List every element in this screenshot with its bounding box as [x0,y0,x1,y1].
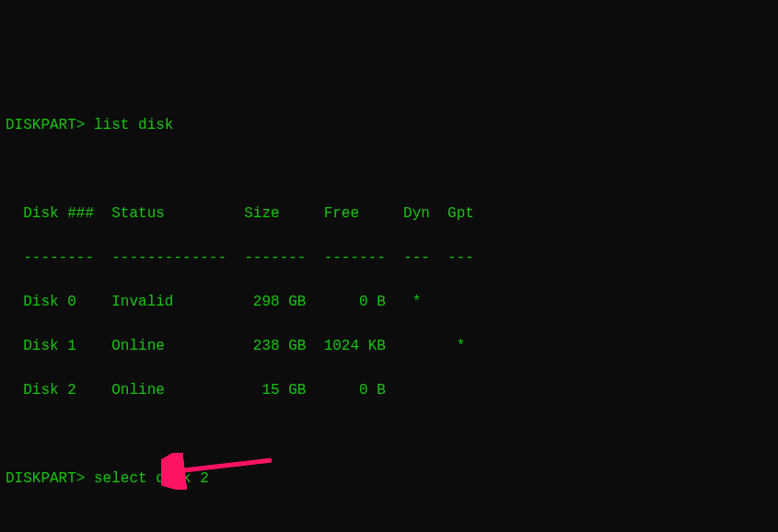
command-line: DISKPART> select disk 2 [6,470,209,487]
terminal-output[interactable]: DISKPART> list disk Disk ### Status Size… [6,92,772,532]
command-line: DISKPART> list disk [6,117,173,133]
table-divider: -------- ------------- ------- ------- -… [6,249,474,266]
table-header: Disk ### Status Size Free Dyn Gpt [6,205,474,222]
table-row: Disk 0 Invalid 298 GB 0 B * [6,294,421,310]
table-row: Disk 2 Online 15 GB 0 B [6,382,386,399]
table-row: Disk 1 Online 238 GB 1024 KB * [6,338,465,354]
